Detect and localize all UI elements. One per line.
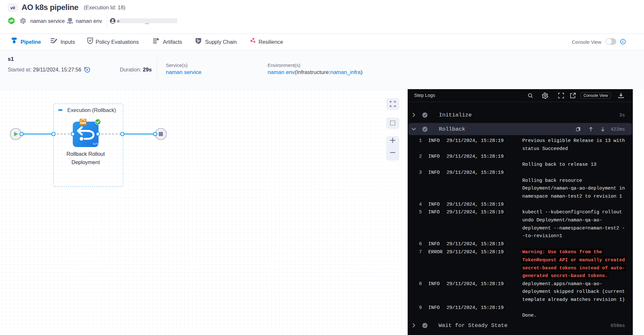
svg-text:</>: </> — [93, 142, 98, 146]
